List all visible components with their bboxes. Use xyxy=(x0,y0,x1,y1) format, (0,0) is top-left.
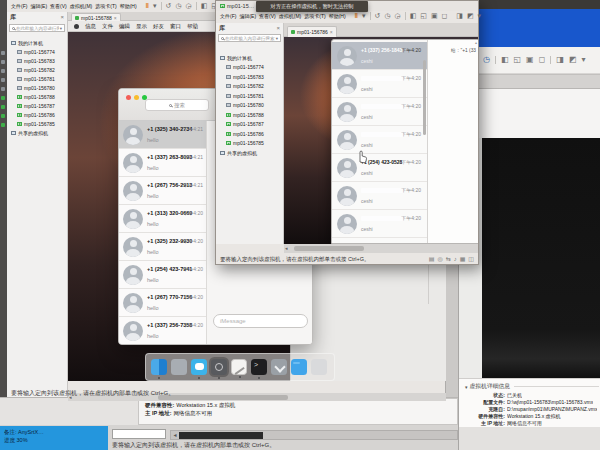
menu-item[interactable]: 虚拟机(M) xyxy=(70,3,93,9)
printer-icon[interactable]: ▦ xyxy=(460,255,466,263)
tree-item-vm[interactable]: mp01-156787 xyxy=(216,120,283,130)
messages-dock-icon[interactable] xyxy=(191,359,207,375)
system-preferences-dock-icon[interactable] xyxy=(211,359,227,375)
console-view-icon[interactable]: ▣ xyxy=(431,12,438,20)
scrollbar-thumb[interactable] xyxy=(294,246,364,251)
trash-dock-icon[interactable] xyxy=(311,359,327,375)
pause-dropdown-icon[interactable]: ▾ xyxy=(362,12,366,20)
show-thumbnail-bar-icon[interactable]: ◱ xyxy=(420,12,427,20)
macos-menu-item[interactable]: 显示 xyxy=(136,23,147,30)
minimize-icon[interactable] xyxy=(134,95,139,100)
snapshot-manager-icon[interactable]: ◶ xyxy=(395,12,401,20)
menu-item[interactable]: 查看(V) xyxy=(259,13,276,19)
close-icon[interactable]: × xyxy=(276,25,280,31)
close-icon[interactable]: × xyxy=(114,15,117,21)
revert-snapshot-icon[interactable]: ↺ xyxy=(166,2,172,10)
tree-item-shared-vms[interactable]: 共享的虚拟机 xyxy=(216,148,283,158)
menu-item[interactable]: 选项卡(T) xyxy=(95,3,116,9)
chevron-down-icon[interactable]: ▾ xyxy=(276,36,278,41)
library-search-input[interactable]: 在此处输入内容进行搜索 ▾ xyxy=(218,34,281,42)
traffic-lights[interactable] xyxy=(126,95,147,100)
scroll-up-icon[interactable]: ▴ xyxy=(475,40,477,45)
bottom-input-box[interactable] xyxy=(112,429,166,439)
tree-item-vm[interactable]: mp01-156780 xyxy=(216,101,283,111)
menu-item[interactable]: 选项卡(T) xyxy=(304,13,325,19)
show-library-icon[interactable]: ◧ xyxy=(410,12,417,20)
take-snapshot-icon[interactable]: ◷ xyxy=(384,12,390,20)
revert-snapshot-icon[interactable]: ↺ xyxy=(375,12,381,20)
scroll-left-icon[interactable]: ◂ xyxy=(171,431,179,439)
show-library-icon[interactable]: ◧ xyxy=(501,56,509,64)
tree-item-vm[interactable]: mp01-156781 xyxy=(216,91,283,101)
folder-dock-icon[interactable] xyxy=(291,359,307,375)
close-icon[interactable]: × xyxy=(60,14,64,20)
macos-menu-item[interactable]: 窗口 xyxy=(170,23,181,30)
close-icon[interactable] xyxy=(126,95,131,100)
conversation-row[interactable]: 下午4:20 ceshi xyxy=(332,182,427,210)
finder-dock-icon[interactable] xyxy=(151,359,167,375)
search-input[interactable]: 搜索 xyxy=(145,99,209,111)
fullscreen-icon[interactable]: ◻ xyxy=(539,56,546,64)
tree-item-vm[interactable]: mp01-156782 xyxy=(7,65,67,74)
unity-mode-icon[interactable]: ◨ xyxy=(456,12,463,20)
macos-menu-item[interactable]: 文件 xyxy=(102,23,113,30)
tree-item-vm[interactable]: mp01-156787 xyxy=(7,101,67,110)
separator-icon[interactable] xyxy=(161,2,162,10)
cd-rom-icon[interactable]: ◎ xyxy=(437,255,442,263)
show-message-log-icon[interactable]: ◫ xyxy=(468,255,474,263)
hard-disk-icon[interactable]: ▤ xyxy=(429,255,435,263)
imessage-input[interactable]: iMessage xyxy=(213,314,308,328)
macos-menu-item[interactable]: 信息 xyxy=(85,23,96,30)
separator-icon[interactable] xyxy=(196,2,197,10)
conversation-row[interactable]: +1 (267) 756-2913 下午4:21 hello xyxy=(119,177,206,205)
tree-item-shared-vms[interactable]: 共享的虚拟机 xyxy=(7,128,67,137)
separator-icon[interactable] xyxy=(550,56,551,64)
launchpad-dock-icon[interactable] xyxy=(171,359,187,375)
menu-item[interactable]: 查看(V) xyxy=(50,3,67,9)
tree-item-vm[interactable]: mp01-156774 xyxy=(7,47,67,56)
taskbar-note[interactable]: 备注: AnySrtX… 进度 30% xyxy=(0,426,108,450)
vm-tab[interactable]: mp01-156786 × xyxy=(287,26,337,37)
menu-item[interactable]: 文件(F) xyxy=(220,13,236,19)
network-adapter-icon[interactable]: ⇆ xyxy=(446,255,451,263)
tree-item-vm[interactable]: mp01-156781 xyxy=(7,74,67,83)
show-console-icon[interactable]: ◩ xyxy=(467,12,474,20)
fullscreen-icon[interactable]: ◻ xyxy=(442,12,448,20)
library-search-input[interactable]: 在此处输入内容进行搜索 ▾ xyxy=(9,24,65,32)
macos-menu-item[interactable]: 好友 xyxy=(153,23,164,30)
conversation-row[interactable]: +1 (325) 232-9930 下午4:20 hello xyxy=(119,233,206,261)
tree-item-vm[interactable]: mp01-156783 xyxy=(216,72,283,82)
tree-item-my-computer[interactable]: 我的计算机 xyxy=(216,53,283,63)
tree-item-my-computer[interactable]: 我的计算机 xyxy=(7,38,67,47)
show-console-icon[interactable]: ◩ xyxy=(569,56,577,64)
show-thumbnail-bar-icon[interactable]: ◱ xyxy=(514,56,522,64)
vm-tab[interactable]: mp01-156788 × xyxy=(71,13,121,21)
textedit-dock-icon[interactable] xyxy=(231,359,247,375)
show-library-icon[interactable]: ◧ xyxy=(201,2,208,10)
unity-mode-icon[interactable]: ◨ xyxy=(556,56,564,64)
conversation-row[interactable]: +1 (325) 340-2734 下午4:21 hello xyxy=(119,121,206,149)
separator-icon[interactable] xyxy=(370,12,371,20)
menu-item[interactable]: 文件(F) xyxy=(11,3,27,9)
scrollbar-thumb[interactable] xyxy=(423,60,426,135)
menu-item[interactable]: 虚拟机(M) xyxy=(279,13,302,19)
conversation-row[interactable]: +1 (254) 423-7941 下午4:20 hello xyxy=(119,261,206,289)
conversation-row[interactable]: +1 (337) 263-8093 下午4:21 hello xyxy=(119,149,206,177)
separator-icon[interactable] xyxy=(405,12,406,20)
snapshot-icon[interactable]: ◷ xyxy=(483,56,490,64)
tree-item-vm[interactable]: mp01-156774 xyxy=(216,63,283,73)
conversation-row[interactable]: 下午4:20 ceshi xyxy=(332,70,427,98)
scroll-left-icon[interactable]: ◂ xyxy=(285,244,288,252)
macos-menu-item[interactable]: 编辑 xyxy=(119,23,130,30)
scrollbar-thumb[interactable] xyxy=(179,432,263,439)
tree-item-vm[interactable]: mp01-156785 xyxy=(216,139,283,149)
conversation-row[interactable]: +1 (337) 256-7358 下午4:20 hello xyxy=(119,317,206,344)
close-icon[interactable]: × xyxy=(330,29,333,35)
vm-screen-powered-off[interactable] xyxy=(482,138,600,378)
horizontal-scrollbar[interactable]: ◂ xyxy=(170,430,458,440)
menu-item[interactable]: 帮助(H) xyxy=(329,13,346,19)
separator-icon[interactable] xyxy=(495,56,496,64)
more-dropdown-icon[interactable]: ▾ xyxy=(581,56,585,64)
tree-item-vm[interactable]: mp01-156788 xyxy=(7,92,67,101)
terminal-dock-icon[interactable] xyxy=(251,359,267,375)
